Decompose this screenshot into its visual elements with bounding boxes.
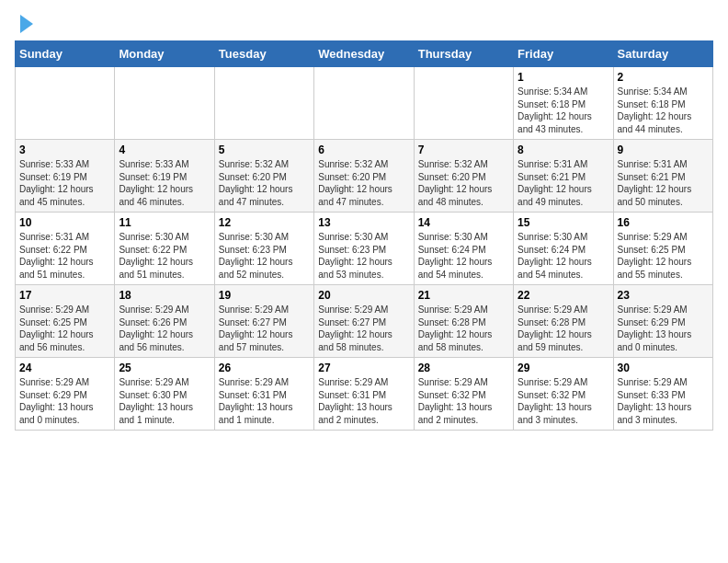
calendar-cell: 10Sunrise: 5:31 AMSunset: 6:22 PMDayligh… <box>16 213 115 285</box>
day-info: Sunrise: 5:34 AMSunset: 6:18 PMDaylight:… <box>518 86 609 135</box>
calendar-cell: 30Sunrise: 5:29 AMSunset: 6:33 PMDayligh… <box>613 358 712 431</box>
calendar-cell: 2Sunrise: 5:34 AMSunset: 6:18 PMDaylight… <box>613 67 712 140</box>
calendar-header-thursday: Thursday <box>414 41 513 67</box>
calendar-cell: 19Sunrise: 5:29 AMSunset: 6:27 PMDayligh… <box>214 285 313 358</box>
day-info: Sunrise: 5:29 AMSunset: 6:29 PMDaylight:… <box>618 304 709 353</box>
day-info: Sunrise: 5:29 AMSunset: 6:31 PMDaylight:… <box>219 376 310 426</box>
day-number: 14 <box>418 216 509 229</box>
day-info: Sunrise: 5:29 AMSunset: 6:25 PMDaylight:… <box>19 304 110 353</box>
calendar-week-row: 17Sunrise: 5:29 AMSunset: 6:25 PMDayligh… <box>16 285 713 358</box>
day-number: 22 <box>518 289 609 302</box>
day-number: 24 <box>19 362 110 374</box>
calendar-cell <box>115 67 214 140</box>
day-number: 6 <box>318 144 409 156</box>
calendar-cell: 18Sunrise: 5:29 AMSunset: 6:26 PMDayligh… <box>115 285 214 358</box>
calendar-cell: 17Sunrise: 5:29 AMSunset: 6:25 PMDayligh… <box>16 285 115 358</box>
calendar-week-row: 1Sunrise: 5:34 AMSunset: 6:18 PMDaylight… <box>16 67 713 140</box>
day-info: Sunrise: 5:29 AMSunset: 6:33 PMDaylight:… <box>618 376 709 426</box>
calendar-header-saturday: Saturday <box>613 41 712 67</box>
day-number: 18 <box>119 289 210 302</box>
calendar-header-sunday: Sunday <box>16 41 115 67</box>
calendar-header-monday: Monday <box>115 41 214 67</box>
day-number: 25 <box>119 362 210 374</box>
calendar-cell: 6Sunrise: 5:32 AMSunset: 6:20 PMDaylight… <box>314 140 414 213</box>
day-info: Sunrise: 5:30 AMSunset: 6:24 PMDaylight:… <box>418 231 509 281</box>
calendar-cell: 5Sunrise: 5:32 AMSunset: 6:20 PMDaylight… <box>214 140 313 213</box>
calendar-cell: 14Sunrise: 5:30 AMSunset: 6:24 PMDayligh… <box>414 213 513 285</box>
calendar-header-wednesday: Wednesday <box>314 41 414 67</box>
calendar-cell: 13Sunrise: 5:30 AMSunset: 6:23 PMDayligh… <box>314 213 414 285</box>
calendar-header-row: SundayMondayTuesdayWednesdayThursdayFrid… <box>16 41 713 67</box>
day-info: Sunrise: 5:29 AMSunset: 6:25 PMDaylight:… <box>618 231 709 281</box>
calendar-header-tuesday: Tuesday <box>214 41 313 67</box>
day-number: 5 <box>219 144 310 156</box>
day-number: 2 <box>618 71 709 84</box>
day-info: Sunrise: 5:29 AMSunset: 6:28 PMDaylight:… <box>518 304 609 353</box>
calendar-header-friday: Friday <box>514 41 613 67</box>
calendar-cell: 28Sunrise: 5:29 AMSunset: 6:32 PMDayligh… <box>414 358 513 431</box>
day-number: 29 <box>518 362 609 374</box>
day-number: 12 <box>219 216 310 229</box>
day-info: Sunrise: 5:29 AMSunset: 6:26 PMDaylight:… <box>119 304 210 353</box>
day-info: Sunrise: 5:33 AMSunset: 6:19 PMDaylight:… <box>19 158 110 208</box>
calendar-cell: 1Sunrise: 5:34 AMSunset: 6:18 PMDaylight… <box>514 67 613 140</box>
calendar-cell: 7Sunrise: 5:32 AMSunset: 6:20 PMDaylight… <box>414 140 513 213</box>
day-number: 1 <box>518 71 609 84</box>
day-number: 19 <box>219 289 310 302</box>
calendar-week-row: 24Sunrise: 5:29 AMSunset: 6:29 PMDayligh… <box>16 358 713 431</box>
day-number: 9 <box>618 144 709 156</box>
day-number: 7 <box>418 144 509 156</box>
calendar-cell: 9Sunrise: 5:31 AMSunset: 6:21 PMDaylight… <box>613 140 712 213</box>
day-number: 11 <box>119 216 210 229</box>
day-number: 17 <box>19 289 110 302</box>
day-number: 27 <box>318 362 409 374</box>
day-info: Sunrise: 5:29 AMSunset: 6:28 PMDaylight:… <box>418 304 509 353</box>
day-info: Sunrise: 5:30 AMSunset: 6:24 PMDaylight:… <box>518 231 609 281</box>
day-info: Sunrise: 5:32 AMSunset: 6:20 PMDaylight:… <box>219 158 310 208</box>
day-info: Sunrise: 5:32 AMSunset: 6:20 PMDaylight:… <box>418 158 509 208</box>
calendar-cell: 8Sunrise: 5:31 AMSunset: 6:21 PMDaylight… <box>514 140 613 213</box>
calendar-cell <box>16 67 115 140</box>
day-info: Sunrise: 5:29 AMSunset: 6:29 PMDaylight:… <box>19 376 110 426</box>
day-info: Sunrise: 5:29 AMSunset: 6:27 PMDaylight:… <box>318 304 409 353</box>
calendar-cell: 22Sunrise: 5:29 AMSunset: 6:28 PMDayligh… <box>514 285 613 358</box>
calendar-cell: 20Sunrise: 5:29 AMSunset: 6:27 PMDayligh… <box>314 285 414 358</box>
calendar-cell: 29Sunrise: 5:29 AMSunset: 6:32 PMDayligh… <box>514 358 613 431</box>
calendar-week-row: 3Sunrise: 5:33 AMSunset: 6:19 PMDaylight… <box>16 140 713 213</box>
day-number: 30 <box>618 362 709 374</box>
logo <box>15 15 33 33</box>
day-number: 20 <box>318 289 409 302</box>
day-info: Sunrise: 5:29 AMSunset: 6:32 PMDaylight:… <box>518 376 609 426</box>
day-info: Sunrise: 5:30 AMSunset: 6:23 PMDaylight:… <box>318 231 409 281</box>
calendar-week-row: 10Sunrise: 5:31 AMSunset: 6:22 PMDayligh… <box>16 213 713 285</box>
day-info: Sunrise: 5:34 AMSunset: 6:18 PMDaylight:… <box>618 86 709 135</box>
day-info: Sunrise: 5:29 AMSunset: 6:27 PMDaylight:… <box>219 304 310 353</box>
day-info: Sunrise: 5:33 AMSunset: 6:19 PMDaylight:… <box>119 158 210 208</box>
calendar-cell: 27Sunrise: 5:29 AMSunset: 6:31 PMDayligh… <box>314 358 414 431</box>
day-number: 3 <box>19 144 110 156</box>
day-number: 4 <box>119 144 210 156</box>
day-number: 26 <box>219 362 310 374</box>
calendar-cell: 16Sunrise: 5:29 AMSunset: 6:25 PMDayligh… <box>613 213 712 285</box>
day-number: 15 <box>518 216 609 229</box>
day-number: 8 <box>518 144 609 156</box>
calendar-cell: 26Sunrise: 5:29 AMSunset: 6:31 PMDayligh… <box>214 358 313 431</box>
calendar-cell: 21Sunrise: 5:29 AMSunset: 6:28 PMDayligh… <box>414 285 513 358</box>
logo-arrow-icon <box>20 15 33 33</box>
day-number: 23 <box>618 289 709 302</box>
calendar-cell: 23Sunrise: 5:29 AMSunset: 6:29 PMDayligh… <box>613 285 712 358</box>
day-number: 10 <box>19 216 110 229</box>
day-info: Sunrise: 5:29 AMSunset: 6:32 PMDaylight:… <box>418 376 509 426</box>
day-info: Sunrise: 5:31 AMSunset: 6:22 PMDaylight:… <box>19 231 110 281</box>
calendar-table: SundayMondayTuesdayWednesdayThursdayFrid… <box>15 40 713 431</box>
day-info: Sunrise: 5:31 AMSunset: 6:21 PMDaylight:… <box>518 158 609 208</box>
calendar-cell: 25Sunrise: 5:29 AMSunset: 6:30 PMDayligh… <box>115 358 214 431</box>
day-number: 28 <box>418 362 509 374</box>
day-number: 13 <box>318 216 409 229</box>
calendar-cell: 15Sunrise: 5:30 AMSunset: 6:24 PMDayligh… <box>514 213 613 285</box>
calendar-cell: 11Sunrise: 5:30 AMSunset: 6:22 PMDayligh… <box>115 213 214 285</box>
day-info: Sunrise: 5:32 AMSunset: 6:20 PMDaylight:… <box>318 158 409 208</box>
day-number: 16 <box>618 216 709 229</box>
calendar-cell: 12Sunrise: 5:30 AMSunset: 6:23 PMDayligh… <box>214 213 313 285</box>
calendar-cell: 24Sunrise: 5:29 AMSunset: 6:29 PMDayligh… <box>16 358 115 431</box>
